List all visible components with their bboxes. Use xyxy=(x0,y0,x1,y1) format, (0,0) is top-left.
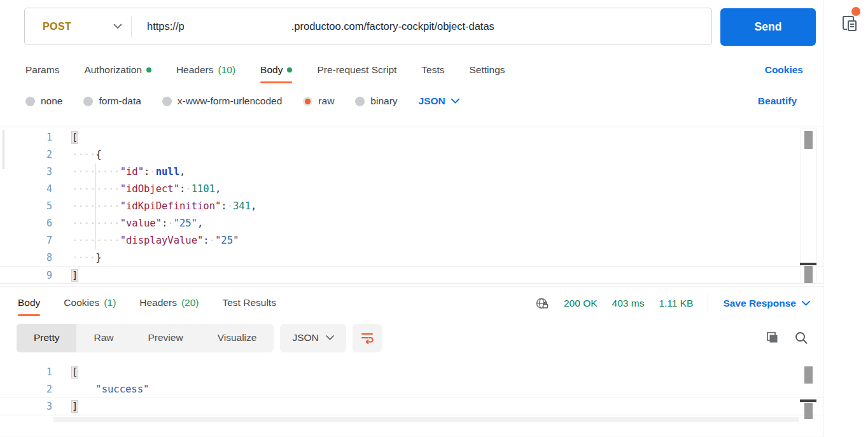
code-token: , xyxy=(179,166,185,177)
tab-authorization[interactable]: Authorization xyxy=(84,55,151,85)
url-prefix: https://p xyxy=(147,20,185,32)
wrap-lines-button[interactable] xyxy=(353,324,382,352)
view-visualize[interactable]: Visualize xyxy=(200,324,274,352)
radio-circle xyxy=(303,97,312,106)
code-line[interactable]: 3] xyxy=(0,398,823,415)
body-format-select[interactable]: JSON xyxy=(419,95,459,107)
code-text: ········"displayValue":·"25" xyxy=(55,232,239,249)
code-line[interactable]: 1[ xyxy=(0,364,823,381)
scrollbar-thumb[interactable] xyxy=(804,266,813,283)
code-token: ···· xyxy=(72,166,95,177)
section-divider xyxy=(0,286,823,287)
radio-x-www-form-urlencoded[interactable]: x-www-form-urlencoded xyxy=(162,95,283,107)
code-token: null xyxy=(156,166,179,177)
copy-button[interactable] xyxy=(765,331,779,345)
postman-window: POST https://p.productoo.com/factory-coc… xyxy=(0,0,868,437)
radio-circle xyxy=(25,97,35,106)
scrollbar-thumb[interactable] xyxy=(804,366,813,384)
view-pretty[interactable]: Pretty xyxy=(17,324,76,352)
network-lock-icon xyxy=(535,296,549,310)
request-body-editor[interactable]: 1[2····{3········"id":·null,4········"id… xyxy=(0,127,823,286)
line-number: 5 xyxy=(0,198,55,215)
wrap-lines-icon xyxy=(360,330,375,345)
code-line[interactable]: 4········"idObject":·1101, xyxy=(0,181,823,198)
response-actions xyxy=(765,323,808,352)
code-text: ····} xyxy=(55,249,102,267)
divider xyxy=(131,16,132,38)
view-preview[interactable]: Preview xyxy=(131,324,200,352)
tab-label: Pre-request Script xyxy=(317,64,396,76)
radio-none[interactable]: none xyxy=(25,95,62,107)
radio-label: form-data xyxy=(99,95,141,107)
response-format-select[interactable]: JSON xyxy=(280,324,346,352)
send-button[interactable]: Send xyxy=(720,8,816,46)
tab-label: Settings xyxy=(470,64,505,76)
code-line[interactable]: 3········"id":·null, xyxy=(0,163,823,181)
beautify-link[interactable]: Beautify xyxy=(758,85,797,118)
code-token: "idKpiDefinition" xyxy=(120,200,221,212)
code-line[interactable]: 5········"idKpiDefinition":·341, xyxy=(0,198,823,215)
code-token: , xyxy=(215,183,221,195)
tab-body[interactable]: Body xyxy=(18,288,40,317)
code-line[interactable]: 6········"value":·"25", xyxy=(0,215,823,232)
tab-headers[interactable]: Headers(20) xyxy=(139,288,199,317)
response-body-editor[interactable]: 1[2 "success"3] xyxy=(0,361,823,422)
radio-binary[interactable]: binary xyxy=(355,95,397,107)
tab-pre-request-script[interactable]: Pre-request Script xyxy=(317,55,396,85)
url-input[interactable]: https://p.productoo.com/factory-cockpit/… xyxy=(147,20,494,32)
code-line[interactable]: 1[ xyxy=(0,129,823,146)
tab-body[interactable]: Body xyxy=(260,55,292,85)
code-line[interactable]: 9] xyxy=(0,267,823,284)
save-response-button[interactable]: Save Response xyxy=(723,298,810,309)
code-token: "25" xyxy=(174,218,197,229)
tab-tests[interactable]: Tests xyxy=(421,55,444,85)
code-token: ···· xyxy=(96,218,120,229)
code-token: ···· xyxy=(96,235,120,246)
scrollbar-thumb[interactable] xyxy=(804,131,813,149)
line-number: 8 xyxy=(0,249,55,267)
copy-icon xyxy=(765,331,779,345)
code-text: [ xyxy=(55,129,78,146)
tab-params[interactable]: Params xyxy=(25,55,59,85)
code-token: : xyxy=(221,200,227,212)
search-button[interactable] xyxy=(794,331,808,345)
response-format-label: JSON xyxy=(292,332,318,343)
code-text: ········"idObject":·1101, xyxy=(55,181,221,198)
scrollbar-dark-bar xyxy=(800,399,816,402)
tab-cookies[interactable]: Cookies(1) xyxy=(64,288,116,317)
code-token: · xyxy=(209,235,215,246)
code-text: ········"id":·null, xyxy=(55,163,185,181)
tab-settings[interactable]: Settings xyxy=(470,55,505,85)
code-line[interactable]: 7········"displayValue":·"25" xyxy=(0,232,823,249)
tab-label: Headers xyxy=(176,64,214,76)
view-raw[interactable]: Raw xyxy=(76,324,130,352)
code-text: "success" xyxy=(55,381,149,398)
code-token: "25" xyxy=(215,235,239,246)
radio-form-data[interactable]: form-data xyxy=(83,95,141,107)
code-line[interactable]: 2····{ xyxy=(0,146,823,163)
code-line[interactable]: 8····} xyxy=(0,249,823,267)
code-token xyxy=(72,384,95,395)
line-number: 4 xyxy=(0,181,55,198)
response-view-toolbar: PrettyRawPreviewVisualize JSON xyxy=(17,323,382,352)
radio-circle xyxy=(355,97,365,106)
tab-test-results[interactable]: Test Results xyxy=(222,288,276,317)
code-line[interactable]: 2 "success" xyxy=(0,381,823,398)
tab-label: Params xyxy=(25,64,59,76)
radio-label: none xyxy=(41,95,62,107)
code-token: "success" xyxy=(95,384,149,395)
cookies-link[interactable]: Cookies xyxy=(765,55,803,85)
code-text: ········"value":·"25", xyxy=(55,215,203,232)
documentation-button[interactable] xyxy=(837,11,862,37)
tab-label: Tests xyxy=(421,64,444,76)
radio-raw[interactable]: raw xyxy=(303,95,334,107)
scrollbar-track xyxy=(800,128,817,284)
line-number: 3 xyxy=(0,163,55,181)
request-tabs: ParamsAuthorizationHeaders(10)BodyPre-re… xyxy=(0,55,732,85)
divider xyxy=(708,295,708,312)
scrollbar-thumb[interactable] xyxy=(804,403,813,419)
tab-headers[interactable]: Headers(10) xyxy=(176,55,235,85)
code-token: ···· xyxy=(72,200,95,212)
method-select[interactable]: POST xyxy=(25,21,131,32)
code-token: , xyxy=(197,218,203,229)
